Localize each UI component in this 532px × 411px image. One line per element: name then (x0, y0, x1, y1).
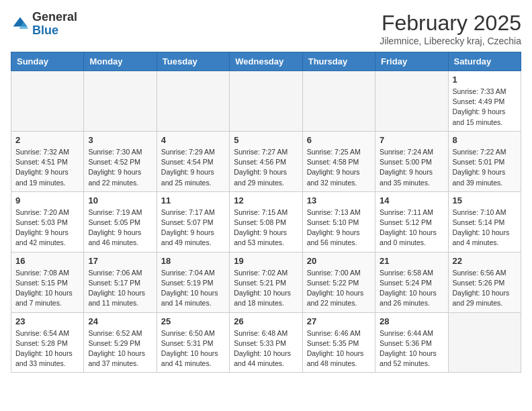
day-number: 19 (234, 256, 298, 266)
day-number: 26 (234, 316, 298, 326)
day-number: 9 (15, 195, 79, 205)
calendar-day-cell: 9Sunrise: 7:20 AM Sunset: 5:03 PM Daylig… (11, 191, 84, 252)
logo-icon (11, 15, 30, 34)
day-number: 20 (307, 256, 371, 266)
calendar-week-row: 23Sunrise: 6:54 AM Sunset: 5:28 PM Dayli… (11, 312, 521, 373)
day-info: Sunrise: 6:54 AM Sunset: 5:28 PM Dayligh… (15, 328, 79, 369)
day-number: 8 (453, 135, 517, 145)
calendar-day-cell: 12Sunrise: 7:15 AM Sunset: 5:08 PM Dayli… (230, 191, 302, 252)
calendar-day-cell: 8Sunrise: 7:22 AM Sunset: 5:01 PM Daylig… (448, 131, 521, 191)
calendar-day-cell (302, 71, 375, 132)
weekday-header: Monday (84, 52, 157, 71)
day-number: 24 (88, 316, 152, 326)
day-number: 27 (307, 316, 371, 326)
calendar-day-cell: 19Sunrise: 7:02 AM Sunset: 5:21 PM Dayli… (230, 252, 302, 312)
calendar-table: SundayMondayTuesdayWednesdayThursdayFrid… (11, 52, 521, 373)
calendar-day-cell: 14Sunrise: 7:11 AM Sunset: 5:12 PM Dayli… (375, 191, 448, 252)
calendar-day-cell: 1Sunrise: 7:33 AM Sunset: 4:49 PM Daylig… (448, 71, 521, 132)
day-info: Sunrise: 7:19 AM Sunset: 5:05 PM Dayligh… (88, 208, 152, 248)
calendar-day-cell: 11Sunrise: 7:17 AM Sunset: 5:07 PM Dayli… (157, 191, 229, 252)
page-header: General Blue February 2025 Jilemnice, Li… (11, 11, 521, 46)
calendar-week-row: 9Sunrise: 7:20 AM Sunset: 5:03 PM Daylig… (11, 191, 521, 252)
day-number: 11 (161, 195, 225, 205)
day-info: Sunrise: 7:29 AM Sunset: 4:54 PM Dayligh… (161, 147, 225, 188)
day-number: 17 (88, 256, 152, 266)
day-info: Sunrise: 7:22 AM Sunset: 5:01 PM Dayligh… (453, 147, 517, 188)
day-info: Sunrise: 7:24 AM Sunset: 5:00 PM Dayligh… (380, 147, 443, 188)
weekday-header: Sunday (11, 52, 84, 71)
day-number: 3 (88, 135, 152, 145)
calendar-day-cell: 13Sunrise: 7:13 AM Sunset: 5:10 PM Dayli… (302, 191, 375, 252)
day-info: Sunrise: 7:02 AM Sunset: 5:21 PM Dayligh… (234, 268, 298, 309)
calendar-day-cell: 6Sunrise: 7:25 AM Sunset: 4:58 PM Daylig… (302, 131, 375, 191)
day-number: 18 (161, 256, 225, 266)
day-info: Sunrise: 7:11 AM Sunset: 5:12 PM Dayligh… (380, 208, 443, 248)
calendar-day-cell: 17Sunrise: 7:06 AM Sunset: 5:17 PM Dayli… (84, 252, 157, 312)
title-area: February 2025 Jilemnice, Liberecky kraj,… (380, 11, 521, 46)
day-number: 10 (88, 195, 152, 205)
day-number: 16 (15, 256, 79, 266)
calendar-week-row: 1Sunrise: 7:33 AM Sunset: 4:49 PM Daylig… (11, 71, 521, 132)
calendar-day-cell: 22Sunrise: 6:56 AM Sunset: 5:26 PM Dayli… (448, 252, 521, 312)
day-info: Sunrise: 7:25 AM Sunset: 4:58 PM Dayligh… (307, 147, 371, 188)
day-info: Sunrise: 6:44 AM Sunset: 5:36 PM Dayligh… (380, 328, 443, 369)
day-info: Sunrise: 7:00 AM Sunset: 5:22 PM Dayligh… (307, 268, 371, 309)
day-info: Sunrise: 6:58 AM Sunset: 5:24 PM Dayligh… (380, 268, 443, 309)
day-info: Sunrise: 7:04 AM Sunset: 5:19 PM Dayligh… (161, 268, 225, 309)
calendar-day-cell (448, 312, 521, 373)
day-number: 1 (453, 75, 517, 85)
day-info: Sunrise: 7:32 AM Sunset: 4:51 PM Dayligh… (15, 147, 79, 188)
weekday-header: Tuesday (157, 52, 229, 71)
day-info: Sunrise: 7:13 AM Sunset: 5:10 PM Dayligh… (307, 208, 371, 248)
weekday-header: Thursday (302, 52, 375, 71)
day-number: 15 (453, 195, 517, 205)
day-number: 12 (234, 195, 298, 205)
calendar-day-cell: 10Sunrise: 7:19 AM Sunset: 5:05 PM Dayli… (84, 191, 157, 252)
calendar-day-cell: 26Sunrise: 6:48 AM Sunset: 5:33 PM Dayli… (230, 312, 302, 373)
month-title: February 2025 (380, 11, 521, 36)
day-number: 28 (380, 316, 443, 326)
day-number: 7 (380, 135, 443, 145)
day-info: Sunrise: 7:30 AM Sunset: 4:52 PM Dayligh… (88, 147, 152, 188)
weekday-header: Wednesday (230, 52, 302, 71)
calendar-day-cell: 27Sunrise: 6:46 AM Sunset: 5:35 PM Dayli… (302, 312, 375, 373)
calendar-day-cell: 28Sunrise: 6:44 AM Sunset: 5:36 PM Dayli… (375, 312, 448, 373)
day-number: 6 (307, 135, 371, 145)
day-info: Sunrise: 6:52 AM Sunset: 5:29 PM Dayligh… (88, 328, 152, 369)
weekday-header: Friday (375, 52, 448, 71)
day-number: 2 (15, 135, 79, 145)
day-number: 22 (453, 256, 517, 266)
day-number: 23 (15, 316, 79, 326)
calendar-day-cell: 18Sunrise: 7:04 AM Sunset: 5:19 PM Dayli… (157, 252, 229, 312)
calendar-week-row: 16Sunrise: 7:08 AM Sunset: 5:15 PM Dayli… (11, 252, 521, 312)
day-number: 21 (380, 256, 443, 266)
weekday-header: Saturday (448, 52, 521, 71)
calendar-day-cell: 23Sunrise: 6:54 AM Sunset: 5:28 PM Dayli… (11, 312, 84, 373)
calendar-day-cell (375, 71, 448, 132)
day-info: Sunrise: 6:46 AM Sunset: 5:35 PM Dayligh… (307, 328, 371, 369)
day-info: Sunrise: 7:33 AM Sunset: 4:49 PM Dayligh… (453, 87, 517, 128)
calendar-day-cell: 25Sunrise: 6:50 AM Sunset: 5:31 PM Dayli… (157, 312, 229, 373)
day-info: Sunrise: 6:48 AM Sunset: 5:33 PM Dayligh… (234, 328, 298, 369)
day-number: 25 (161, 316, 225, 326)
calendar-day-cell (84, 71, 157, 132)
day-number: 14 (380, 195, 443, 205)
day-info: Sunrise: 7:17 AM Sunset: 5:07 PM Dayligh… (161, 208, 225, 248)
day-number: 5 (234, 135, 298, 145)
day-info: Sunrise: 7:08 AM Sunset: 5:15 PM Dayligh… (15, 268, 79, 309)
calendar-day-cell: 16Sunrise: 7:08 AM Sunset: 5:15 PM Dayli… (11, 252, 84, 312)
day-info: Sunrise: 7:20 AM Sunset: 5:03 PM Dayligh… (15, 208, 79, 248)
day-info: Sunrise: 7:10 AM Sunset: 5:14 PM Dayligh… (453, 208, 517, 248)
calendar-header-row: SundayMondayTuesdayWednesdayThursdayFrid… (11, 52, 521, 71)
day-info: Sunrise: 7:15 AM Sunset: 5:08 PM Dayligh… (234, 208, 298, 248)
calendar-day-cell: 20Sunrise: 7:00 AM Sunset: 5:22 PM Dayli… (302, 252, 375, 312)
calendar-week-row: 2Sunrise: 7:32 AM Sunset: 4:51 PM Daylig… (11, 131, 521, 191)
calendar-day-cell (230, 71, 302, 132)
calendar-day-cell: 3Sunrise: 7:30 AM Sunset: 4:52 PM Daylig… (84, 131, 157, 191)
calendar-day-cell: 2Sunrise: 7:32 AM Sunset: 4:51 PM Daylig… (11, 131, 84, 191)
calendar-day-cell (11, 71, 84, 132)
day-number: 13 (307, 195, 371, 205)
day-info: Sunrise: 7:27 AM Sunset: 4:56 PM Dayligh… (234, 147, 298, 188)
logo-blue-text: Blue (32, 24, 58, 37)
calendar-day-cell: 4Sunrise: 7:29 AM Sunset: 4:54 PM Daylig… (157, 131, 229, 191)
